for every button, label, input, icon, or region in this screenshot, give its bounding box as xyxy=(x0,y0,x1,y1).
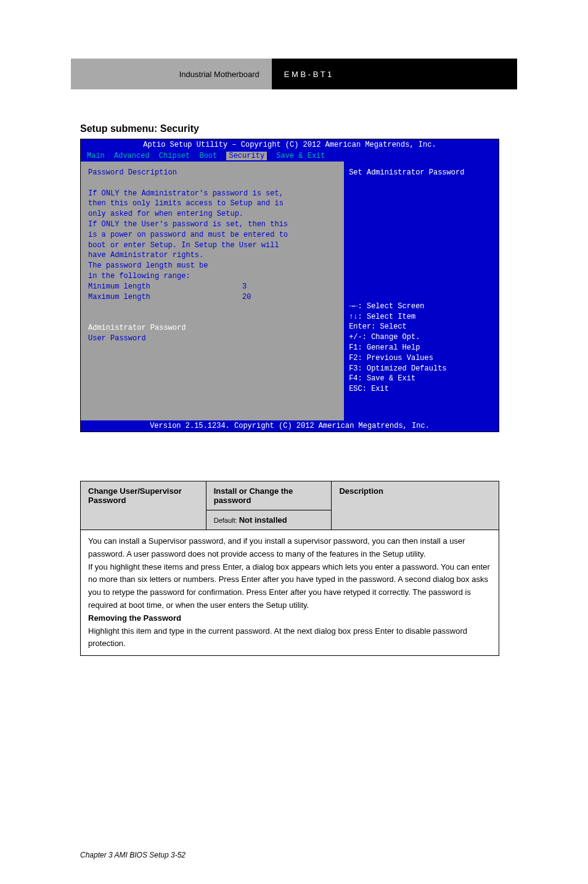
tab-main[interactable]: Main xyxy=(87,152,105,160)
col-header-options: Install or Change the password xyxy=(206,481,332,510)
desc-line: have Administrator rights. xyxy=(88,250,337,261)
nav-line: F3: Optimized Defaults xyxy=(349,364,494,374)
desc-para: If you highlight these items and press E… xyxy=(88,561,491,612)
default-label: Default: xyxy=(214,517,239,524)
pw-desc-heading: Password Description xyxy=(88,168,337,178)
desc-cell: You can install a Supervisor password, a… xyxy=(81,530,499,656)
desc-line: If ONLY the Administrator's password is … xyxy=(88,189,337,199)
nav-help: →←: Select Screen ↑↓: Select Item Enter:… xyxy=(349,301,494,395)
table-desc-row: You can install a Supervisor password, a… xyxy=(81,530,499,656)
desc-line: then this only limits access to Setup an… xyxy=(88,198,337,209)
nav-line: ESC: Exit xyxy=(349,384,494,395)
nav-line: F4: Save & Exit xyxy=(349,374,494,384)
nav-line: ↑↓: Select Item xyxy=(349,312,494,322)
page-number: Chapter 3 AMI BIOS Setup 3-52 xyxy=(80,851,186,859)
desc-heading: Removing the Password xyxy=(88,612,491,625)
tab-save-exit[interactable]: Save & Exit xyxy=(276,152,325,160)
col-header-item: Change User/Supervisor Password xyxy=(81,481,206,530)
header-left: Industrial Motherboard xyxy=(71,59,272,89)
tab-chipset[interactable]: Chipset xyxy=(159,152,190,160)
default-cell: Default: Not installed xyxy=(206,510,332,530)
nav-line: F1: General Help xyxy=(349,343,494,353)
tab-security[interactable]: Security xyxy=(226,152,267,160)
nav-line: →←: Select Screen xyxy=(349,301,494,312)
nav-line: F2: Previous Values xyxy=(349,353,494,364)
max-length-label: Maximum length xyxy=(88,292,242,303)
config-table: Change User/Supervisor Password Install … xyxy=(80,481,499,656)
bios-footer: Version 2.15.1234. Copyright (C) 2012 Am… xyxy=(81,420,499,432)
desc-line: in the following range: xyxy=(88,271,337,282)
desc-para: Highlight this item and type in the curr… xyxy=(88,625,491,651)
desc-para: You can install a Supervisor password, a… xyxy=(88,535,491,561)
header-right: E M B - B T 1 xyxy=(272,59,517,89)
table-header-row: Change User/Supervisor Password Install … xyxy=(81,481,499,510)
desc-line: only asked for when entering Setup. xyxy=(88,209,337,219)
col-header-desc: Description xyxy=(332,481,499,530)
default-value: Not installed xyxy=(239,515,287,525)
tab-advanced[interactable]: Advanced xyxy=(114,152,150,160)
admin-password-item[interactable]: Administrator Password xyxy=(88,323,337,334)
nav-line: Enter: Select xyxy=(349,322,494,332)
desc-line: boot or enter Setup. In Setup the User w… xyxy=(88,240,337,251)
desc-line: The password length must be xyxy=(88,261,337,271)
desc-line: is a power on password and must be enter… xyxy=(88,230,337,240)
help-description: Set Administrator Password xyxy=(349,168,494,178)
bios-right-panel: Set Administrator Password →←: Select Sc… xyxy=(344,162,499,420)
bios-tabs[interactable]: Main Advanced Chipset Boot Security Save… xyxy=(81,150,499,162)
min-length-label: Minimum length xyxy=(88,282,242,292)
min-length-val: 3 xyxy=(242,282,247,292)
page-header: Industrial Motherboard E M B - B T 1 xyxy=(71,59,517,89)
nav-line: +/-: Change Opt. xyxy=(349,332,494,343)
section-title: Setup submenu: Security xyxy=(80,123,199,134)
bios-screen: Aptio Setup Utility – Copyright (C) 2012… xyxy=(80,139,499,432)
max-length-val: 20 xyxy=(242,292,251,303)
desc-line: If ONLY the User's password is set, then… xyxy=(88,219,337,230)
bios-left-panel: Password Description If ONLY the Adminis… xyxy=(81,162,344,420)
tab-boot[interactable]: Boot xyxy=(199,152,217,160)
user-password-item[interactable]: User Password xyxy=(88,334,337,344)
bios-body: Password Description If ONLY the Adminis… xyxy=(81,162,499,420)
bios-title: Aptio Setup Utility – Copyright (C) 2012… xyxy=(81,139,499,150)
